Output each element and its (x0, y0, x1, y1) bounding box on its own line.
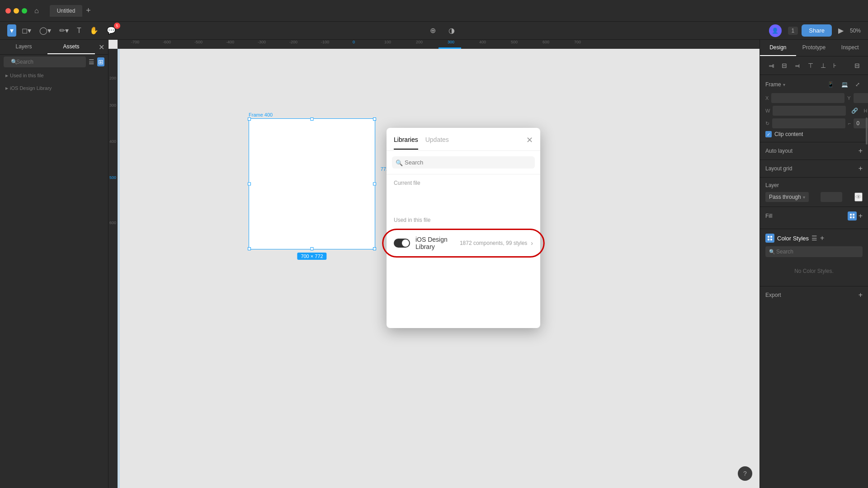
dialog-tab-updates[interactable]: Updates (425, 136, 449, 150)
select-tool[interactable]: ▾ (7, 24, 16, 37)
export-section: Export + (760, 286, 868, 304)
dialog-tab-libraries[interactable]: Libraries (394, 136, 418, 150)
frame-container[interactable]: Frame 400 700 × 772 772 (249, 112, 375, 249)
clip-content-checkbox[interactable]: ✓ (765, 131, 772, 137)
maximize-button[interactable] (22, 8, 27, 14)
tab-layers[interactable]: Layers (0, 40, 47, 54)
text-tool[interactable]: T (74, 25, 84, 37)
align-left-button[interactable]: ⫥ (765, 60, 777, 71)
auto-layout-add-icon[interactable]: + (859, 147, 863, 155)
tab-assets[interactable]: Assets (47, 40, 95, 54)
library-item-ios[interactable]: iOS Design Library 1872 components, 99 s… (387, 230, 540, 256)
align-top-button[interactable]: ⊤ (805, 60, 816, 71)
frame-dropdown-icon[interactable]: ▾ (783, 82, 785, 87)
tab-add-button[interactable]: + (86, 6, 91, 15)
frame-phone-icon[interactable]: 📱 (825, 80, 837, 89)
ruler-mark--200: -200 (289, 40, 297, 44)
tab-bar: Untitled + (50, 5, 863, 17)
layer-controls-row: Pass through ▾ 100% 👁 (765, 192, 863, 202)
plugins-icon[interactable]: ⊕ (427, 24, 439, 37)
xy-row: X -28816 Y 40002 (765, 93, 863, 103)
export-add-button[interactable]: + (859, 291, 863, 299)
canvas-area[interactable]: -700 -600 -500 -400 -300 -200 -100 0 100… (108, 40, 760, 488)
frame-resize-icon[interactable]: ⤢ (853, 80, 863, 89)
frame-handle-bl[interactable] (248, 247, 251, 250)
ruler-mark--500: -500 (194, 40, 203, 44)
fill-add-button[interactable]: + (859, 211, 863, 221)
opacity-input[interactable]: 100% (821, 192, 842, 202)
layer-section: Layer Pass through ▾ 100% 👁 (760, 178, 868, 207)
color-styles-search-input[interactable] (765, 246, 863, 257)
zoom-level[interactable]: 50% (850, 28, 861, 34)
color-styles-list-button[interactable]: ☰ (811, 235, 817, 242)
align-right-button[interactable]: ⫤ (792, 60, 803, 71)
align-center-v-button[interactable]: ⊥ (818, 60, 829, 71)
dialog-search-input[interactable] (392, 156, 535, 169)
frame-tool[interactable]: ◻▾ (19, 24, 34, 37)
home-icon[interactable]: ⌂ (34, 7, 39, 15)
notification-count: 5 (114, 23, 120, 29)
color-styles-icon[interactable] (765, 234, 774, 243)
tab-prototype[interactable]: Prototype (796, 40, 832, 56)
blend-mode-dropdown[interactable]: Pass through ▾ (765, 192, 809, 202)
tab-design[interactable]: Design (760, 40, 796, 56)
w-input[interactable]: 700 (773, 106, 846, 116)
color-styles-header: Color Styles ☰ + (765, 234, 863, 243)
frame-tablet-icon[interactable]: 💻 (839, 80, 851, 89)
frame-handle-ml[interactable] (248, 183, 251, 186)
minimize-button[interactable] (14, 8, 19, 14)
scrollbar-thumb[interactable] (866, 117, 868, 145)
distribute-button[interactable]: ⊟ (852, 60, 863, 71)
layout-grid-add-icon[interactable]: + (859, 164, 863, 173)
pen-tool[interactable]: ✏▾ (57, 24, 71, 37)
export-title: Export (765, 292, 781, 298)
dialog-close-button[interactable]: ✕ (526, 135, 533, 150)
frame-handle-br[interactable] (373, 247, 376, 250)
toolbar: ▾ ◻▾ ◯▾ ✏▾ T ✋ 💬 5 ⊕ ◑ 👤 1 Share ▶ 50% (0, 22, 868, 40)
svg-rect-1 (853, 214, 854, 216)
top-bar: ⌂ Untitled + (0, 0, 868, 22)
x-input[interactable]: -28816 (771, 93, 844, 103)
theme-toggle[interactable]: ◑ (446, 24, 458, 37)
active-tab[interactable]: Untitled (50, 5, 83, 17)
lock-ratio-button[interactable]: 🔗 (849, 106, 861, 116)
align-bottom-button[interactable]: ⊦ (830, 60, 839, 71)
ios-library-title[interactable]: ▶ iOS Design Library (5, 85, 103, 91)
frame-handle-tl[interactable] (248, 117, 251, 121)
library-toggle-button[interactable] (394, 239, 410, 248)
auto-layout-row[interactable]: Auto layout + (765, 147, 863, 155)
right-panel-scrollbar[interactable] (865, 40, 868, 488)
play-button[interactable]: ▶ (835, 24, 846, 37)
user-count: 1 (788, 27, 798, 35)
toggle-dot (402, 239, 409, 247)
fill-style-button[interactable] (848, 211, 857, 221)
dialog-header: Libraries Updates ✕ (387, 128, 540, 151)
frame-handle-bm[interactable] (311, 247, 314, 250)
shape-tool[interactable]: ◯▾ (37, 24, 54, 37)
avatar-icon[interactable]: 👤 (766, 23, 784, 39)
share-button[interactable]: Share (802, 24, 832, 37)
visibility-button[interactable]: 👁 (854, 192, 863, 202)
hand-tool[interactable]: ✋ (87, 24, 101, 37)
align-center-h-button[interactable]: ⊟ (779, 60, 790, 71)
rotation-label: ↻ (765, 121, 769, 127)
frame-box[interactable]: 700 × 772 (249, 118, 375, 249)
help-button[interactable]: ? (738, 466, 752, 481)
used-in-file-title[interactable]: ▶ Used in this file (5, 73, 103, 78)
layout-grid-row[interactable]: Layout grid + (765, 164, 863, 173)
tab-inspect[interactable]: Inspect (832, 40, 868, 56)
no-color-styles: No Color Styles. (765, 261, 863, 282)
grid-view-button[interactable]: ⊞ (97, 57, 104, 66)
frame-handle-tm[interactable] (311, 117, 314, 121)
rotation-input[interactable]: 0° (772, 118, 845, 128)
corner-label: ⌐ (848, 121, 851, 126)
panel-close-button[interactable]: ✕ (95, 40, 108, 54)
frame-section: Frame ▾ 📱 💻 ⤢ X -28816 Y 40002 W 700 🔗 (760, 75, 868, 142)
dialog-search-icon: 🔍 (396, 159, 403, 166)
close-button[interactable] (5, 8, 11, 14)
library-arrow-icon[interactable]: › (531, 239, 533, 247)
list-view-button[interactable]: ☰ (88, 57, 95, 66)
frame-handle-mr[interactable] (373, 183, 376, 186)
color-styles-add-button[interactable]: + (820, 234, 824, 242)
frame-handle-tr[interactable] (373, 117, 376, 121)
